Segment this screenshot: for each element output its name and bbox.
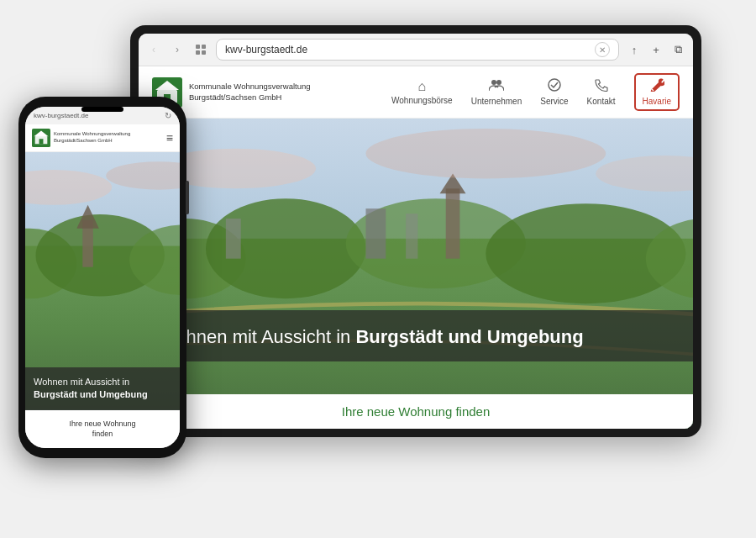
phone-screen: kwv-burgstaedt.de ↻ Kommunale Wohnungsve…	[25, 107, 180, 448]
phone-hero-text-overlay: Wohnen mit Aussicht in Burgstädt und Umg…	[25, 367, 180, 410]
phone-side-button	[186, 181, 189, 214]
phone-hamburger-menu-button[interactable]: ≡	[166, 131, 173, 145]
svg-rect-29	[39, 139, 44, 144]
phone-site-header: Kommunale Wohnungsverwaltung Burgstädt/S…	[25, 124, 180, 152]
tablet-device: ‹ › kwv-burgstaedt.de ✕ ↑ + ⧉	[130, 25, 701, 437]
phone-browser-url: kwv-burgstaedt.de	[34, 112, 88, 119]
browser-duplicate-button[interactable]: ⧉	[669, 41, 686, 58]
browser-actions: ↑ + ⧉	[626, 41, 686, 58]
main-navigation: ⌂ Wohnungsbörse Unternehmen	[391, 73, 680, 111]
phone-logo-area: Kommunale Wohnungsverwaltung Burgstädt/S…	[32, 129, 130, 147]
svg-point-25	[365, 129, 606, 179]
browser-chrome: ‹ › kwv-burgstaedt.de ✕ ↑ + ⧉	[139, 34, 693, 66]
tablet-screen: ‹ › kwv-burgstaedt.de ✕ ↑ + ⧉	[139, 34, 693, 429]
logo-area: Kommunale Wohnungsverwaltung Burgstädt/S…	[152, 77, 391, 108]
phone-hero-section: Wohnen mit Aussicht in Burgstädt und Umg…	[25, 152, 180, 410]
svg-point-8	[491, 80, 496, 85]
company-name: Kommunale Wohnungsverwaltung Burgstädt/S…	[189, 82, 311, 103]
browser-close-tab-button[interactable]: ✕	[595, 42, 610, 57]
phone-company-name: Kommunale Wohnungsverwaltung Burgstädt/S…	[54, 131, 130, 145]
browser-url: kwv-burgstaedt.de	[225, 44, 307, 55]
svg-rect-19	[226, 219, 241, 259]
browser-share-button[interactable]: ↑	[626, 41, 643, 58]
nav-item-unternehmen[interactable]: Unternehmen	[471, 78, 522, 106]
phone-cta-button[interactable]: Ihre neue Wohnung finden	[34, 419, 171, 440]
svg-rect-22	[446, 188, 460, 258]
browser-tabs-button[interactable]	[192, 41, 209, 58]
phone-cta-area: Ihre neue Wohnung finden	[25, 410, 180, 448]
hero-heading: Wohnen mit Aussicht in Burgstädt und Umg…	[159, 325, 673, 350]
svg-rect-0	[196, 45, 200, 49]
svg-rect-20	[365, 208, 386, 259]
browser-back-button[interactable]: ‹	[145, 41, 162, 58]
phone-device: kwv-burgstaedt.de ↻ Kommunale Wohnungsve…	[18, 97, 186, 458]
hero-cta-area: Ihre neue Wohnung finden	[139, 394, 693, 429]
phone-company-logo-icon	[32, 129, 50, 147]
svg-rect-2	[196, 50, 200, 55]
nav-item-wohnungsboerse[interactable]: ⌂ Wohnungsbörse	[391, 79, 453, 105]
svg-rect-1	[202, 45, 206, 49]
people-icon	[489, 78, 504, 95]
browser-forward-button[interactable]: ›	[169, 41, 186, 58]
hero-image	[139, 119, 693, 429]
svg-point-10	[549, 79, 560, 91]
svg-point-9	[496, 80, 501, 85]
nav-item-kontakt[interactable]: Kontakt	[587, 78, 616, 106]
phone-icon	[594, 78, 609, 95]
house-icon: ⌂	[417, 79, 426, 94]
phone-hero-heading: Wohnen mit Aussicht in Burgstädt und Umg…	[34, 376, 171, 402]
nav-item-havarie[interactable]: Havarie	[634, 73, 680, 111]
hero-cta-button[interactable]: Ihre neue Wohnung finden	[149, 404, 683, 419]
svg-rect-21	[406, 214, 417, 259]
phone-refresh-button[interactable]: ↻	[165, 111, 171, 120]
check-icon	[547, 78, 562, 95]
hero-background	[139, 119, 693, 429]
browser-add-button[interactable]: +	[648, 41, 664, 58]
wrench-icon	[649, 78, 664, 95]
website-header: Kommunale Wohnungsverwaltung Burgstädt/S…	[139, 66, 693, 119]
nav-item-service[interactable]: Service	[540, 78, 568, 106]
phone-notch	[81, 107, 123, 112]
hero-section: Wohnen mit Aussicht in Burgstädt und Umg…	[139, 119, 693, 429]
hero-text-overlay: Wohnen mit Aussicht in Burgstädt und Umg…	[139, 310, 693, 361]
svg-rect-3	[202, 50, 206, 55]
browser-address-bar[interactable]: kwv-burgstaedt.de ✕	[216, 39, 619, 61]
